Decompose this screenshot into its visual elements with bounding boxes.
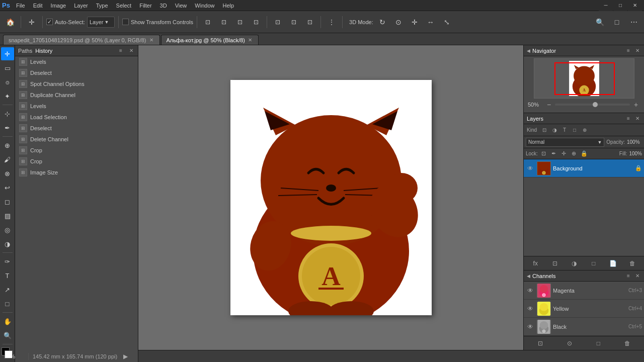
tab-snapedit[interactable]: snapedit_1705104812919.psd @ 50% (Layer … <box>3 35 160 45</box>
layer-item-background[interactable]: 👁 A Background 🔒 <box>524 159 644 177</box>
history-item-7[interactable]: ⊞ Delete Channel <box>15 134 138 145</box>
menu-select[interactable]: Select <box>112 2 136 10</box>
zoom-slider-handle[interactable] <box>593 102 598 107</box>
3d-rotate-button[interactable]: ↻ <box>375 15 389 29</box>
filter-adjustment-button[interactable]: ◑ <box>550 126 559 135</box>
home-button[interactable]: 🏠 <box>3 15 17 29</box>
channel-eye-magenta[interactable]: 👁 <box>526 287 535 294</box>
history-item-5[interactable]: ⊞ Load Selection <box>15 112 138 123</box>
zoom-out-button[interactable]: − <box>545 101 553 109</box>
move-tool-button[interactable]: ✛ <box>25 15 39 29</box>
panel-close-button[interactable]: ✕ <box>128 47 135 54</box>
channel-save-button[interactable]: ⊙ <box>564 339 575 348</box>
lock-all-button[interactable]: 🔒 <box>580 150 588 158</box>
channel-selection-button[interactable]: ⊡ <box>535 339 546 348</box>
tab-alpha-cat[interactable]: Альфа-кот.jpg @ 50% (Black/8) ✕ <box>161 35 259 45</box>
navigator-panel-menu[interactable]: ≡ <box>625 47 632 54</box>
3d-slide-button[interactable]: ↔ <box>424 15 438 29</box>
history-item-3[interactable]: ⊞ Duplicate Channel <box>15 89 138 101</box>
panel-menu-button[interactable]: ≡ <box>117 47 125 55</box>
menu-window[interactable]: Window <box>191 2 218 10</box>
layers-panel-close[interactable]: ✕ <box>634 115 641 122</box>
history-brush-tool[interactable]: ↩ <box>1 181 14 194</box>
menu-image[interactable]: Image <box>47 2 70 10</box>
more-button[interactable]: ⋯ <box>627 15 641 29</box>
crop-tool[interactable]: ⊹ <box>1 107 14 120</box>
gradient-tool[interactable]: ▨ <box>1 209 14 222</box>
align-fill-button[interactable]: ⊡ <box>249 15 263 29</box>
channel-eye-black[interactable]: 👁 <box>526 323 535 330</box>
menu-filter[interactable]: Filter <box>135 2 155 10</box>
zoom-slider[interactable] <box>555 104 630 106</box>
eraser-tool[interactable]: ◻ <box>1 195 14 208</box>
channel-delete-button[interactable]: 🗑 <box>622 339 633 348</box>
shape-tool[interactable]: □ <box>1 297 14 310</box>
lock-brush-button[interactable]: ✒ <box>550 150 558 158</box>
menu-edit[interactable]: Edit <box>29 2 47 10</box>
move-tool[interactable]: ✛ <box>1 47 14 60</box>
brush-tool[interactable]: 🖌 <box>1 153 14 166</box>
history-item-8[interactable]: ⊞ Crop <box>15 145 138 156</box>
layer-delete-button[interactable]: 🗑 <box>627 259 638 268</box>
history-item-1[interactable]: ⊞ Deselect <box>15 67 138 78</box>
align-middle-button[interactable]: ⊡ <box>287 15 301 29</box>
eyedropper-tool[interactable]: ✒ <box>1 121 14 134</box>
search-button[interactable]: 🔍 <box>593 15 607 29</box>
workspace-button[interactable]: □ <box>610 15 624 29</box>
tab-snapedit-close[interactable]: ✕ <box>149 37 153 43</box>
align-left-button[interactable]: ⊡ <box>201 15 215 29</box>
history-item-9[interactable]: ⊞ Crop <box>15 156 138 167</box>
layer-mask-button[interactable]: ⊡ <box>549 259 560 268</box>
foreground-color[interactable] <box>2 347 14 359</box>
magic-wand-tool[interactable]: ✦ <box>1 89 14 103</box>
3d-pan-button[interactable]: ✛ <box>408 15 422 29</box>
lock-position-button[interactable]: ✛ <box>560 150 568 158</box>
align-bottom-button[interactable]: ⊡ <box>303 15 317 29</box>
menu-layer[interactable]: Layer <box>70 2 92 10</box>
align-top-button[interactable]: ⊡ <box>271 15 285 29</box>
history-item-4[interactable]: ⊞ Levels <box>15 101 138 112</box>
type-tool[interactable]: T <box>1 269 14 282</box>
3d-scale-button[interactable]: ⤡ <box>440 15 454 29</box>
menu-3d[interactable]: 3D <box>156 2 171 10</box>
filter-shape-button[interactable]: □ <box>570 126 579 135</box>
zoom-tool[interactable]: 🔍 <box>1 329 14 342</box>
layer-fx-button[interactable]: fx <box>530 259 541 268</box>
history-item-10[interactable]: ⊞ Image Size <box>15 167 138 178</box>
channel-eye-yellow[interactable]: 👁 <box>526 305 535 312</box>
spot-heal-tool[interactable]: ⊕ <box>1 139 14 152</box>
navigator-collapse-icon[interactable]: ◀ <box>527 48 530 53</box>
lock-pixels-button[interactable]: ⊡ <box>540 150 548 158</box>
layers-panel-menu[interactable]: ≡ <box>625 115 632 122</box>
channel-yellow[interactable]: 👁 Yellow Ctrl+4 <box>524 300 644 318</box>
paths-tab[interactable]: Paths <box>18 48 32 54</box>
close-button[interactable]: ✕ <box>628 0 642 11</box>
lock-artboard-button[interactable]: ⊕ <box>570 150 578 158</box>
tab-alpha-cat-close[interactable]: ✕ <box>248 37 252 43</box>
align-right-button[interactable]: ⊡ <box>233 15 247 29</box>
minimize-button[interactable]: ─ <box>599 0 613 11</box>
filter-pixel-button[interactable]: ⊡ <box>540 126 549 135</box>
layer-eye-background[interactable]: 👁 <box>526 165 535 172</box>
zoom-in-button[interactable]: + <box>632 101 640 109</box>
transform-checkbox[interactable] <box>122 19 129 25</box>
layer-new-button[interactable]: 📄 <box>607 259 618 268</box>
history-item-6[interactable]: ⊞ Deselect <box>15 123 138 134</box>
menu-type[interactable]: Type <box>92 2 112 10</box>
channel-new-button[interactable]: □ <box>593 339 604 348</box>
history-item-0[interactable]: ⊞ Levels <box>15 56 138 67</box>
history-tab[interactable]: History <box>35 48 52 54</box>
auto-select-combo[interactable]: Layer ▼ <box>87 17 115 28</box>
path-select-tool[interactable]: ↗ <box>1 283 14 296</box>
layer-adjustment-button[interactable]: ◑ <box>569 259 580 268</box>
canvas-area[interactable]: A <box>138 45 523 350</box>
lasso-tool[interactable]: ⌾ <box>1 75 14 88</box>
status-arrow-button[interactable]: ▶ <box>123 353 128 360</box>
menu-view[interactable]: View <box>171 2 191 10</box>
auto-select-checkbox[interactable]: ✓ <box>46 19 53 25</box>
pen-tool[interactable]: ✑ <box>1 255 14 268</box>
distribute-button[interactable]: ⋮ <box>325 15 339 29</box>
menu-help[interactable]: Help <box>218 2 238 10</box>
channels-panel-close[interactable]: ✕ <box>634 273 641 280</box>
clone-tool[interactable]: ⊗ <box>1 167 14 180</box>
